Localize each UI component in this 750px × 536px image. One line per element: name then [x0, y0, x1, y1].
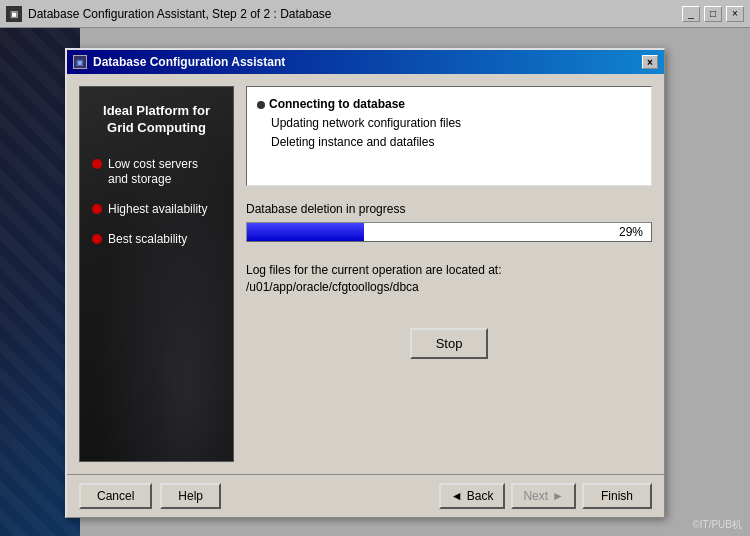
- progress-section: Database deletion in progress 29%: [246, 202, 652, 242]
- footer-right-buttons: ◄ Back Next ► Finish: [439, 483, 652, 509]
- dialog-title: Database Configuration Assistant: [93, 55, 285, 69]
- next-button[interactable]: Next ►: [511, 483, 576, 509]
- feature-label-3: Best scalability: [108, 232, 187, 248]
- window-controls: _ □ ×: [682, 6, 744, 22]
- progress-bar: 29%: [246, 222, 652, 242]
- back-arrow-icon: ◄: [451, 489, 463, 503]
- minimize-button[interactable]: _: [682, 6, 700, 22]
- log-item-2: Deleting instance and datafiles: [257, 133, 641, 152]
- window-title-bar: ▣ Database Configuration Assistant, Step…: [0, 0, 750, 28]
- right-content: Connecting to database Updating network …: [246, 86, 652, 462]
- finish-button[interactable]: Finish: [582, 483, 652, 509]
- back-label: Back: [467, 489, 494, 503]
- bullet-icon: [92, 204, 102, 214]
- progress-percent: 29%: [619, 225, 643, 239]
- list-item: Best scalability: [92, 232, 221, 248]
- next-label: Next: [523, 489, 548, 503]
- dialog-window: ▣ Database Configuration Assistant × Ide…: [65, 48, 665, 518]
- cancel-button[interactable]: Cancel: [79, 483, 152, 509]
- window-title: Database Configuration Assistant, Step 2…: [28, 7, 332, 21]
- list-item: Highest availability: [92, 202, 221, 218]
- feature-label-2: Highest availability: [108, 202, 207, 218]
- title-bar-left: ▣ Database Configuration Assistant, Step…: [6, 6, 332, 22]
- main-container: ▣ Database Configuration Assistant × Ide…: [0, 28, 750, 536]
- log-path-info: Log files for the current operation are …: [246, 262, 652, 296]
- list-item: Low cost servers and storage: [92, 157, 221, 188]
- log-item-1: Updating network configuration files: [257, 114, 641, 133]
- progress-label: Database deletion in progress: [246, 202, 652, 216]
- watermark: ©IT/PUB机: [692, 518, 742, 532]
- left-panel-title: Ideal Platform for Grid Computing: [92, 103, 221, 137]
- dialog-title-left: ▣ Database Configuration Assistant: [73, 55, 285, 69]
- stop-button[interactable]: Stop: [410, 328, 489, 359]
- footer-left-buttons: Cancel Help: [79, 483, 221, 509]
- dialog-close-button[interactable]: ×: [642, 55, 658, 69]
- stop-button-container: Stop: [246, 328, 652, 359]
- log-box: Connecting to database Updating network …: [246, 86, 652, 186]
- maximize-button[interactable]: □: [704, 6, 722, 22]
- progress-fill: [247, 223, 364, 241]
- dialog-body: Ideal Platform for Grid Computing Low co…: [67, 74, 664, 474]
- bullet-icon: [92, 159, 102, 169]
- dialog-footer: Cancel Help ◄ Back Next ► Finish: [67, 474, 664, 517]
- log-active-item: Connecting to database: [257, 95, 641, 114]
- bullet-icon: [92, 234, 102, 244]
- dialog-title-bar: ▣ Database Configuration Assistant ×: [67, 50, 664, 74]
- back-button[interactable]: ◄ Back: [439, 483, 506, 509]
- feature-label-1: Low cost servers and storage: [108, 157, 221, 188]
- dialog-icon: ▣: [73, 55, 87, 69]
- help-button[interactable]: Help: [160, 483, 221, 509]
- next-arrow-icon: ►: [552, 489, 564, 503]
- close-button[interactable]: ×: [726, 6, 744, 22]
- left-panel: Ideal Platform for Grid Computing Low co…: [79, 86, 234, 462]
- app-icon: ▣: [6, 6, 22, 22]
